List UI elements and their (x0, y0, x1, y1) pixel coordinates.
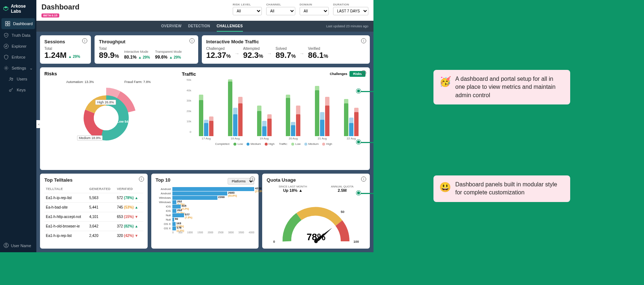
card-title: Quota Usage (267, 177, 365, 183)
key-icon (9, 87, 14, 92)
imt-value: 89.7 (276, 51, 291, 60)
duration-select[interactable]: LAST 7 DAYS (333, 7, 368, 15)
imt-step: Attempted92.3% (243, 47, 263, 60)
interactive-mode-traffic-card: i Interactive Mode Traffic Challenged12.… (202, 35, 370, 64)
annual-label: ANNUAL QUOTA (331, 185, 353, 188)
gauge-tick-max: 100 (353, 240, 359, 244)
stat-label: Total (44, 47, 87, 51)
toggle-challenges[interactable]: Challenges (330, 72, 347, 76)
imt-value: 86.1 (308, 51, 324, 60)
imt-step: Challenged12.37% (206, 47, 231, 60)
nav-label: Truth Data (12, 33, 31, 37)
sidebar: Arkose Labs DashboardTruth DataExplorerE… (0, 0, 36, 252)
tab-challenges[interactable]: CHALLENGES (217, 21, 243, 32)
sidebar-item-keys[interactable]: Keys (0, 84, 36, 95)
svg-rect-3 (8, 24, 10, 26)
table-row[interactable]: Ea1-h-ip-rep-list2,420320 (42%) ▼ (44, 231, 143, 241)
bar-group: 18 Aug (221, 82, 249, 140)
imt-step: Solved89.7% (276, 47, 296, 60)
imt-label: Challenged (206, 47, 231, 51)
info-icon[interactable]: i (361, 70, 366, 75)
sidebar-item-settings[interactable]: Settings⌄ (0, 63, 36, 74)
tab-overview[interactable]: OVERVIEW (161, 21, 181, 32)
user-avatar-icon (4, 243, 9, 249)
svg-point-10 (5, 244, 7, 245)
throughput-card: i Throughput Total 89.9% Interactive Mod… (95, 35, 198, 64)
topbar: Dashboard BETA 0.15 RISK LEVEL All CHANN… (36, 0, 373, 21)
svg-rect-2 (5, 24, 7, 26)
table-row[interactable]: Ea-h-bad-site5,441745 (53%) ▲ (44, 203, 143, 212)
bar-category-label: 20 Aug (289, 137, 298, 140)
filter-risk-level: RISK LEVEL All (233, 3, 262, 15)
risks-panel: Risks (44, 71, 175, 151)
info-icon[interactable]: i (361, 38, 366, 43)
chevron-down-icon: ⌄ (29, 66, 33, 71)
trend-up-icon: ▲ (135, 196, 138, 200)
main-area: Dashboard BETA 0.15 RISK LEVEL All CHANN… (36, 0, 373, 252)
annotation-1: 🥳 A dashboard and portal setup for all i… (433, 69, 571, 105)
throughput-total: 89.9 (99, 51, 115, 60)
hbar-row: Android4228(27.0%) (156, 187, 255, 191)
hbar-row: OS X163(2.0%) (156, 222, 255, 226)
table-row[interactable]: Ea1-h-old-browser-ie3,642372 (82%) ▲ (44, 222, 143, 231)
filter-label: DURATION (333, 3, 368, 6)
nav-label: Users (17, 77, 27, 81)
top10-card: i Top 10 Platforms Android4228(27.0%)And… (151, 174, 259, 249)
sidebar-footer[interactable]: User Name (0, 239, 36, 252)
card-title: Sessions (44, 39, 87, 44)
filter-domain: DOMAIN All (300, 3, 329, 15)
traffic-panel: Traffic Challenges Risks 50k40k30k20k10k… (182, 71, 365, 151)
stat-label: Total (99, 47, 119, 51)
bar-category-label: 17 Aug (201, 137, 211, 140)
imt-step: Verified86.1% (308, 47, 328, 60)
content-scroll[interactable]: i Sessions Total 1.24M ▲ 29% i Throughpu… (36, 32, 373, 252)
table-row[interactable]: Ea1-h-ip-rep-list5,563572 (78%) ▲ (44, 193, 143, 203)
filter-duration: DURATION LAST 7 DAYS (333, 3, 368, 15)
info-icon[interactable]: i (361, 177, 366, 182)
filter-label: DOMAIN (300, 3, 329, 6)
risks-donut-chart: Automation: 13.3% Fraud Farm: 7.8% High … (44, 78, 175, 151)
traffic-legend: Completed:LowMediumHighTraffic:LowMedium… (182, 142, 365, 146)
hbar-row: OS X178(2.2%) (156, 226, 255, 230)
since-value: Up 18% ▲ (279, 188, 307, 193)
sidebar-item-explorer[interactable]: Explorer (0, 41, 36, 52)
risks-traffic-card: i Risks (40, 67, 370, 170)
risk-level-select[interactable]: All (233, 7, 262, 15)
hbar-row: Null577(7.0%) (156, 213, 255, 217)
bar-group: 17 Aug (192, 82, 220, 140)
donut-label-automation: Automation: 13.3% (66, 80, 94, 84)
sidebar-item-enforce[interactable]: Enforce (0, 52, 36, 63)
info-icon[interactable]: i (189, 38, 195, 43)
sidebar-item-dashboard[interactable]: Dashboard (1, 18, 35, 29)
page-heading-block: Dashboard BETA 0.15 (41, 3, 79, 18)
table-row[interactable]: Ea1-h-http-accept-not4,101653 (15%) ▼ (44, 212, 143, 222)
annotation-text: A dashboard and portal setup for all in … (455, 75, 564, 99)
hbar-row: iOS202(2.2%) (156, 209, 255, 213)
annual-value: 2.5M (331, 188, 353, 193)
traffic-bar-chart: 50k40k30k20k10k0 17 Aug18 Aug19 Aug20 Au… (182, 78, 365, 140)
beta-badge: BETA 0.15 (41, 13, 59, 17)
last-updated: Last updated 23 minutes ago (326, 24, 368, 28)
card-title: Top Telltales (44, 177, 143, 183)
gauge-value: 78% (307, 231, 325, 243)
risks-title: Risks (44, 71, 175, 76)
sidebar-item-users[interactable]: Users (0, 74, 36, 84)
card-title: Interactive Mode Traffic (206, 39, 365, 44)
info-icon[interactable]: i (139, 177, 144, 182)
nav-label: Explorer (12, 44, 27, 48)
channel-select[interactable]: All (266, 7, 295, 15)
nav-label: Keys (17, 88, 25, 92)
table-header: GENERATED (88, 185, 115, 193)
sidebar-item-truth-data[interactable]: Truth Data (0, 30, 36, 41)
info-icon[interactable]: i (82, 38, 87, 43)
tab-detection[interactable]: DETECTION (188, 21, 210, 32)
im-value: 80.1% (124, 55, 136, 60)
svg-rect-1 (8, 21, 10, 23)
imt-value: 92.3 (243, 51, 259, 60)
bar-category-label: 18 Aug (231, 137, 240, 140)
since-label: SINCE LAST MONTH (279, 185, 307, 188)
domain-select[interactable]: All (300, 7, 329, 15)
bar-group: 22 Aug (337, 82, 365, 140)
traffic-toggle: Challenges Risks (330, 71, 365, 77)
hbar-row: iOS415(2.2%) (156, 205, 255, 209)
